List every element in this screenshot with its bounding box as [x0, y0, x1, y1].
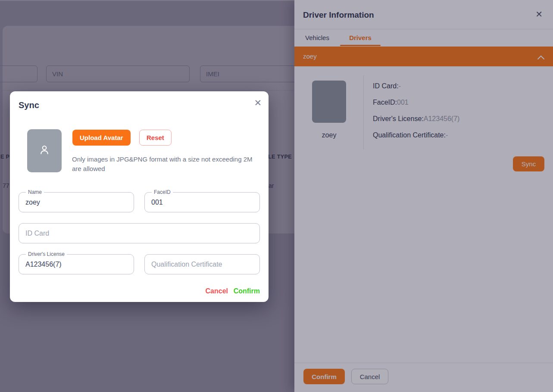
name-field: Name — [19, 192, 134, 212]
license-input[interactable] — [19, 255, 134, 274]
license-field-label: Driver's License — [26, 251, 67, 257]
qualification-field — [144, 254, 260, 274]
faceid-field-label: FaceID — [152, 189, 173, 195]
reset-button[interactable]: Reset — [139, 130, 172, 146]
idcard-field — [19, 223, 260, 243]
name-field-label: Name — [26, 189, 44, 195]
qualification-input[interactable] — [145, 255, 259, 274]
faceid-field: FaceID — [144, 192, 260, 212]
close-icon[interactable]: ✕ — [254, 98, 262, 107]
upload-helper-text: Only images in JPG&PNG format with a siz… — [72, 155, 257, 174]
modal-title: Sync — [19, 100, 39, 110]
faceid-input[interactable] — [145, 193, 259, 212]
modal-cancel-button[interactable]: Cancel — [206, 286, 228, 296]
upload-avatar-button[interactable]: Upload Avatar — [72, 130, 131, 146]
name-input[interactable] — [19, 193, 134, 212]
avatar-placeholder — [27, 129, 62, 172]
screen: E PL LE TYPE 77 ar Driver Information ✕ … — [0, 0, 553, 392]
sync-modal: Sync ✕ Upload Avatar Reset Only images i… — [10, 91, 269, 302]
person-icon — [38, 143, 51, 158]
modal-confirm-button[interactable]: Confirm — [234, 286, 260, 296]
idcard-input[interactable] — [19, 224, 259, 243]
license-field: Driver's License — [19, 254, 134, 274]
